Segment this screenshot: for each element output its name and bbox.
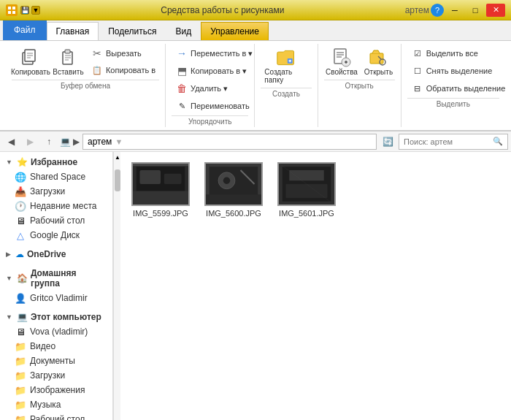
select-all-icon: ☑ (411, 47, 424, 60)
ribbon-groups: Копировать Вставить (6, 44, 505, 127)
favorites-icon: ⭐ (17, 157, 28, 167)
copy-to-button2[interactable]: ⬒ Копировать в ▾ (172, 63, 250, 79)
clipboard-items: Копировать Вставить (12, 45, 159, 78)
address-path[interactable]: артем ▼ (82, 134, 377, 150)
sidebar-item-downloads[interactable]: 📥 Загрузки (0, 184, 112, 199)
clipboard-small: ✂ Вырезать 📋 Копировать в (87, 45, 159, 78)
minimize-button[interactable]: ─ (445, 4, 464, 17)
downloads-icon: 📥 (15, 186, 26, 197)
sidebar: ▼ ⭐ Избранное 🌐 Shared Space 📥 Загрузки … (0, 152, 113, 420)
rename-button[interactable]: ✎ Переименовать (172, 98, 253, 114)
sidebar-item-sharedspace[interactable]: 🌐 Shared Space (0, 169, 112, 184)
desktop2-folder-icon: 📁 (15, 413, 26, 420)
scroll-track[interactable] (114, 162, 120, 420)
svg-rect-10 (65, 50, 70, 53)
docs-folder-icon: 📁 (15, 355, 26, 367)
onedrive-icon: ☁ (15, 249, 24, 259)
images-folder-icon: 📁 (15, 384, 26, 396)
select-all-button[interactable]: ☑ Выделить все (407, 45, 482, 61)
select-group: ☑ Выделить все ☐ Снять выделение ⊟ Обрат… (402, 44, 505, 127)
search-icon: 🔍 (493, 137, 503, 146)
create-label: Создать (261, 88, 311, 98)
invert-icon: ⊟ (411, 82, 424, 95)
file-thumbnail-1 (131, 162, 190, 206)
delete-button[interactable]: 🗑 Удалить ▾ (172, 80, 231, 96)
properties-icon (331, 47, 352, 68)
paste-button[interactable]: Вставить (53, 45, 84, 78)
svg-rect-31 (164, 174, 182, 184)
invert-selection-button[interactable]: ⊟ Обратить выделение (407, 80, 510, 96)
tab-share[interactable]: Поделиться (99, 22, 166, 40)
sidebar-item-desktop[interactable]: 🖥 Рабочий стол (0, 213, 112, 228)
tab-home[interactable]: Главная (47, 22, 99, 40)
delete-icon: 🗑 (175, 82, 188, 95)
create-folder-button[interactable]: Создать папку (261, 45, 311, 86)
ribbon-tabs: Файл Главная Поделиться Вид Управление (0, 20, 511, 41)
sidebar-item-music[interactable]: 📁 Музыка (0, 397, 112, 412)
window-icon (6, 4, 18, 16)
pc-icon: 🖥 (15, 326, 26, 337)
sidebar-onedrive: ▶ ☁ OneDrive (0, 247, 112, 261)
rename-icon: ✎ (175, 99, 188, 112)
copy-to-button[interactable]: 📋 Копировать в (87, 62, 159, 78)
close-button[interactable]: ✕ (486, 4, 505, 17)
open-button[interactable]: Открыть (362, 45, 394, 78)
sidebar-homegroup-header[interactable]: ▼ 🏠 Домашняя группа (0, 266, 112, 291)
sidebar-item-recent[interactable]: 🕐 Недавние места (0, 199, 112, 213)
sidebar-item-vova[interactable]: 🖥 Vova (vladimir) (0, 324, 112, 339)
thispc-icon: 💻 (17, 312, 28, 322)
sidebar-favorites-header[interactable]: ▼ ⭐ Избранное (0, 155, 112, 169)
tab-manage[interactable]: Управление (201, 22, 269, 40)
search-input[interactable] (404, 137, 490, 146)
sidebar-item-gritco[interactable]: 👤 Gritco Vladimir (0, 291, 112, 305)
scroll-thumb[interactable] (115, 169, 120, 191)
sidebar-item-images[interactable]: 📁 Изображения (0, 383, 112, 397)
sidebar-item-desktop2[interactable]: 📁 Рабочий стол (0, 412, 112, 420)
up-button[interactable]: ↑ (41, 134, 57, 150)
copy-icon (20, 47, 41, 68)
save-dot[interactable]: 💾 (20, 6, 29, 15)
address-bar: ◀ ▶ ↑ 💻 ▶ артем ▼ 🔄 🔍 (0, 131, 511, 152)
file-thumbnail-3 (277, 162, 336, 206)
search-box[interactable]: 🔍 (399, 134, 508, 150)
open-group: Свойства Открыть Открыть (318, 44, 402, 127)
file-item-1[interactable]: IMG_5599.JPG (128, 159, 193, 221)
file-name-2: IMG_5600.JPG (206, 209, 261, 218)
sidebar-item-downloads2[interactable]: 📁 Загрузки (0, 368, 112, 383)
sidebar-thispc: ▼ 💻 Этот компьютер 🖥 Vova (vladimir) 📁 В… (0, 310, 112, 420)
move-to-button[interactable]: → Переместить в ▾ (172, 45, 256, 61)
sidebar-homegroup: ▼ 🏠 Домашняя группа 👤 Gritco Vladimir (0, 266, 112, 305)
file-thumbnail-2 (204, 162, 263, 206)
sidebar-item-googledrive[interactable]: △ Google Диск (0, 228, 112, 243)
svg-rect-1 (12, 7, 15, 9)
thispc-arrow: ▼ (6, 313, 12, 321)
copy-button[interactable]: Копировать (12, 45, 50, 78)
deselect-button[interactable]: ☐ Снять выделение (407, 63, 496, 79)
menu-dot[interactable]: ▼ (31, 6, 40, 15)
tab-file[interactable]: Файл (3, 20, 47, 40)
onedrive-arrow: ▶ (6, 251, 11, 258)
sidebar-onedrive-header[interactable]: ▶ ☁ OneDrive (0, 247, 112, 261)
cut-button[interactable]: ✂ Вырезать (87, 45, 159, 61)
title-controls: артем ? ─ □ ✕ (405, 4, 505, 17)
create-folder-icon (276, 47, 296, 68)
downloads2-folder-icon: 📁 (15, 370, 26, 381)
tab-view[interactable]: Вид (166, 22, 201, 40)
file-item-2[interactable]: IMG_5600.JPG (201, 159, 266, 221)
properties-button[interactable]: Свойства (324, 45, 360, 78)
open-items: Свойства Открыть (324, 45, 395, 78)
back-button[interactable]: ◀ (3, 134, 19, 150)
clipboard-group: Копировать Вставить (6, 44, 166, 127)
sidebar-item-docs[interactable]: 📁 Документы (0, 354, 112, 368)
file-item-3[interactable]: IMG_5601.JPG (274, 159, 339, 221)
sidebar-thispc-header[interactable]: ▼ 💻 Этот компьютер (0, 310, 112, 324)
sidebar-scrollbar[interactable]: ▲ ▼ (113, 152, 120, 420)
sidebar-item-video[interactable]: 📁 Видео (0, 339, 112, 354)
maximize-button[interactable]: □ (466, 4, 485, 17)
homegroup-icon: 🏠 (17, 273, 28, 283)
svg-rect-3 (12, 11, 15, 14)
organize-label: Упорядочить (172, 115, 248, 126)
file-name-1: IMG_5599.JPG (133, 209, 188, 218)
help-button[interactable]: ? (431, 4, 444, 17)
refresh-button[interactable]: 🔄 (380, 134, 396, 150)
